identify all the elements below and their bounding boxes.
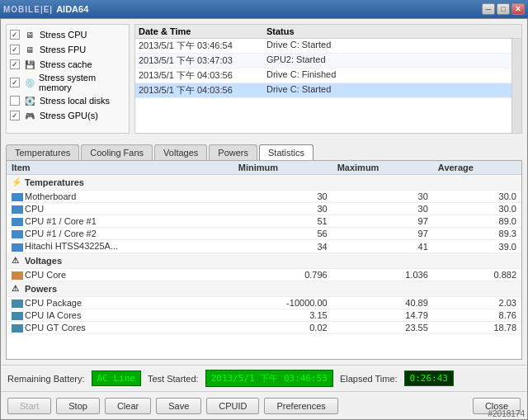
item-icon (12, 300, 23, 308)
cell-average: 0.882 (433, 268, 521, 281)
stress-cpu-checkbox[interactable] (10, 30, 20, 40)
tab-temperatures[interactable]: Temperatures (6, 144, 79, 160)
item-icon (12, 193, 23, 201)
status-bar: Remaining Battery: AC Line Test Started:… (1, 365, 527, 391)
cache-stress-icon: 💾 (23, 58, 36, 71)
stop-button[interactable]: Stop (56, 398, 100, 414)
cell-minimum: -10000.00 (233, 296, 332, 309)
table-section-row: ⚠Voltages (7, 252, 521, 268)
item-icon (12, 312, 23, 320)
log-header-datetime: Date & Time (139, 26, 266, 36)
tab-voltages[interactable]: Voltages (154, 144, 207, 160)
gpu-stress-icon: 🎮 (23, 109, 36, 122)
tabs-bar: Temperatures Cooling Fans Voltages Power… (1, 139, 527, 160)
log-cell-datetime: 2013/5/1 下午 03:47:03 (139, 54, 266, 67)
minimize-button[interactable]: ─ (482, 3, 495, 15)
log-cell-datetime: 2013/5/1 下午 04:03:56 (139, 69, 266, 82)
stress-memory-checkbox[interactable] (10, 78, 20, 87)
data-table-area[interactable]: Item Minimum Maximum Average ⚡Temperatur… (6, 160, 522, 360)
tab-powers[interactable]: Powers (209, 144, 257, 160)
stress-cache-item[interactable]: 💾 Stress cache (10, 58, 125, 71)
cell-minimum: 30 (233, 191, 332, 203)
cell-average: 39.0 (433, 240, 521, 252)
preferences-button[interactable]: Preferences (264, 398, 337, 414)
fpu-stress-icon: 🖥 (23, 43, 36, 56)
col-average: Average (433, 161, 521, 175)
app-title: AIDA64 (56, 4, 88, 14)
tab-cooling-fans[interactable]: Cooling Fans (81, 144, 153, 160)
log-cell-status: Drive C: Finished (266, 69, 518, 82)
stress-memory-item[interactable]: 💿 Stress system memory (10, 73, 125, 92)
cell-minimum: 51 (233, 215, 332, 228)
col-maximum: Maximum (332, 161, 433, 175)
log-row-highlight: 2013/5/1 下午 04:03:56 Drive C: Started (135, 83, 521, 98)
stress-fpu-checkbox[interactable] (10, 45, 20, 54)
clear-button[interactable]: Clear (105, 398, 151, 414)
log-body[interactable]: 2013/5/1 下午 03:46:54 Drive C: Started 20… (135, 39, 521, 133)
cell-maximum: 1.036 (332, 268, 433, 281)
stress-gpu-label: Stress GPU(s) (40, 111, 98, 120)
table-section-row: ⚡Temperatures (7, 175, 521, 191)
elapsed-value: 0:26:43 (404, 370, 454, 386)
titlebar-left: MOBILE|E| AIDA64 (3, 4, 88, 14)
cell-average: 8.76 (433, 309, 521, 321)
battery-value: AC Line (92, 370, 141, 386)
log-row: 2013/5/1 下午 04:03:56 Drive C: Finished (135, 68, 521, 83)
statistics-table: Item Minimum Maximum Average ⚡Temperatur… (7, 161, 521, 334)
cell-maximum: 97 (332, 228, 433, 240)
stress-cache-checkbox[interactable] (10, 59, 20, 69)
log-cell-status: Drive C: Started (266, 40, 518, 52)
table-row: CPU #1 / Core #2569789.3 (7, 228, 521, 240)
stress-disks-checkbox[interactable] (10, 96, 20, 106)
item-icon (12, 271, 23, 280)
cpu-stress-icon: 🖥 (23, 28, 36, 41)
log-scrollbar[interactable] (512, 39, 521, 133)
stress-panel: 🖥 Stress CPU 🖥 Stress FPU 💾 Stress cache… (6, 24, 130, 134)
col-item: Item (7, 161, 233, 175)
cell-minimum: 34 (233, 240, 332, 252)
elapsed-label: Elapsed Time: (340, 374, 398, 384)
bottom-bar: Start Stop Clear Save CPUID Preferences … (1, 391, 527, 419)
stress-fpu-label: Stress FPU (40, 45, 86, 54)
cpuid-button[interactable]: CPUID (206, 398, 259, 414)
table-header-row: Item Minimum Maximum Average (7, 161, 521, 175)
maximize-button[interactable]: □ (497, 3, 510, 15)
close-window-button[interactable]: ✕ (512, 3, 525, 15)
stress-cpu-item[interactable]: 🖥 Stress CPU (10, 28, 125, 41)
top-section: 🖥 Stress CPU 🖥 Stress FPU 💾 Stress cache… (1, 19, 527, 139)
cell-average: 2.03 (433, 296, 521, 309)
stress-fpu-item[interactable]: 🖥 Stress FPU (10, 43, 125, 56)
cell-minimum: 56 (233, 228, 332, 240)
cell-maximum: 41 (332, 240, 433, 252)
memory-stress-icon: 💿 (23, 76, 35, 89)
cell-average: 89.0 (433, 215, 521, 228)
cell-minimum: 30 (233, 203, 332, 215)
col-minimum: Minimum (233, 161, 332, 175)
main-window: 🖥 Stress CPU 🖥 Stress FPU 💾 Stress cache… (0, 18, 528, 420)
test-started-label: Test Started: (148, 374, 199, 384)
titlebar-buttons: ─ □ ✕ (482, 3, 525, 15)
powers-icon: ⚠ (12, 284, 23, 295)
save-button[interactable]: Save (156, 398, 201, 414)
stress-gpu-item[interactable]: 🎮 Stress GPU(s) (10, 109, 125, 122)
stress-disks-label: Stress local disks (40, 96, 110, 106)
cell-average: 89.3 (433, 228, 521, 240)
test-started-value: 2013/5/1 下午 03:46:53 (205, 370, 333, 387)
tab-statistics[interactable]: Statistics (259, 144, 314, 160)
log-row: 2013/5/1 下午 03:46:54 Drive C: Started (135, 39, 521, 54)
table-row: Hitachi HTSS43225A...344139.0 (7, 240, 521, 252)
log-header-status: Status (266, 26, 518, 36)
start-button[interactable]: Start (7, 398, 51, 414)
cell-average: 30.0 (433, 191, 521, 203)
log-panel: Date & Time Status 2013/5/1 下午 03:46:54 … (134, 24, 522, 134)
stress-gpu-checkbox[interactable] (10, 111, 20, 120)
table-row: CPU Core0.7961.0360.882 (7, 268, 521, 281)
log-cell-status: Drive C: Started (266, 84, 518, 97)
cell-average: 18.78 (433, 322, 521, 334)
item-icon (12, 243, 23, 252)
stress-disks-item[interactable]: 💽 Stress local disks (10, 94, 125, 107)
log-cell-status: GPU2: Started (266, 54, 518, 67)
app-logo: MOBILE|E| (3, 5, 53, 14)
item-icon (12, 230, 23, 238)
log-row: 2013/5/1 下午 03:47:03 GPU2: Started (135, 54, 521, 68)
